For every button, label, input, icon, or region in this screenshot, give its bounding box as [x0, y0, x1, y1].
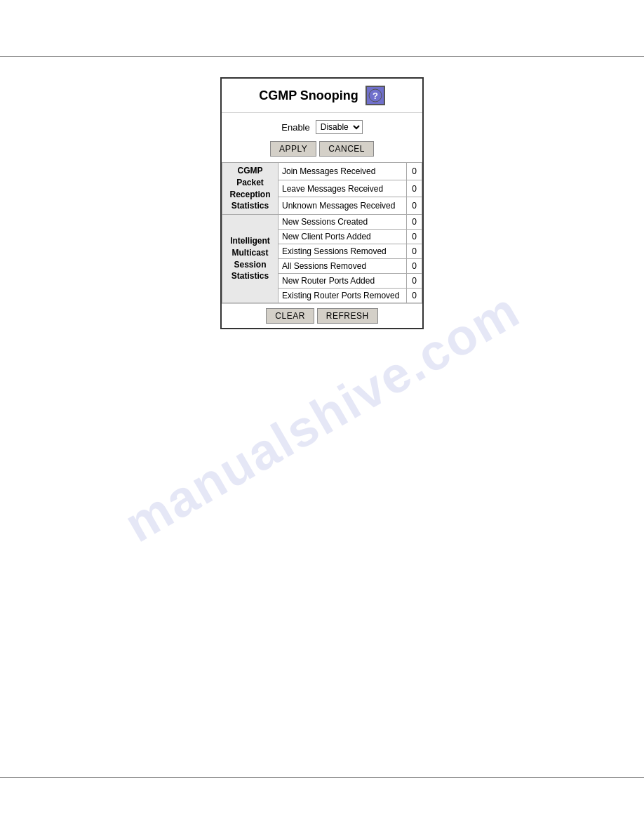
enable-select[interactable]: Disable Enable [316, 120, 363, 134]
refresh-button[interactable]: REFRESH [317, 308, 378, 324]
panel-header: CGMP Snooping ? [222, 79, 422, 113]
ims-existing-router-ports-value: 0 [407, 289, 422, 303]
cgmp-unknown-value: 0 [407, 197, 422, 215]
ims-new-sessions-label: New Sessions Created [279, 215, 407, 230]
cgmp-leave-label: Leave Messages Received [279, 180, 407, 197]
panel-title: CGMP Snooping [259, 88, 358, 103]
ims-existing-router-ports-label: Existing Router Ports Removed [279, 289, 407, 303]
statistics-table: CGMPPacketReceptionStatistics Join Messa… [222, 162, 422, 303]
cgmp-packet-label: CGMPPacketReceptionStatistics [222, 163, 279, 215]
cancel-button[interactable]: CANCEL [319, 141, 374, 157]
apply-cancel-row: APPLY CANCEL [222, 138, 422, 162]
cgmp-leave-value: 0 [407, 180, 422, 197]
ims-new-sessions-row: IntelligentMulticastSessionStatistics Ne… [222, 215, 422, 230]
ims-new-router-ports-label: New Router Ports Added [279, 274, 407, 289]
cgmp-unknown-label: Unknown Messages Received [279, 197, 407, 215]
clear-button[interactable]: CLEAR [266, 308, 314, 324]
bottom-border [0, 777, 644, 778]
ims-existing-sessions-value: 0 [407, 244, 422, 259]
ims-new-client-ports-label: New Client Ports Added [279, 230, 407, 244]
ims-all-sessions-label: All Sessions Removed [279, 259, 407, 274]
ims-existing-sessions-label: Existing Sessions Removed [279, 244, 407, 259]
apply-button[interactable]: APPLY [270, 141, 316, 157]
top-border [0, 56, 644, 57]
ims-new-client-ports-value: 0 [407, 230, 422, 244]
ims-new-router-ports-value: 0 [407, 274, 422, 289]
svg-text:?: ? [373, 91, 378, 101]
main-panel: CGMP Snooping ? Enable Disable Enable AP… [220, 77, 424, 329]
cgmp-join-value: 0 [407, 163, 422, 180]
clear-refresh-row: CLEAR REFRESH [222, 303, 422, 328]
cgmp-join-label: Join Messages Received [279, 163, 407, 180]
page-content: CGMP Snooping ? Enable Disable Enable AP… [0, 0, 644, 329]
enable-label: Enable [281, 122, 309, 133]
ims-label: IntelligentMulticastSessionStatistics [222, 215, 279, 303]
ims-new-sessions-value: 0 [407, 215, 422, 230]
enable-row: Enable Disable Enable [222, 113, 422, 138]
ims-all-sessions-value: 0 [407, 259, 422, 274]
help-icon[interactable]: ? [365, 86, 385, 105]
cgmp-join-row: CGMPPacketReceptionStatistics Join Messa… [222, 163, 422, 180]
